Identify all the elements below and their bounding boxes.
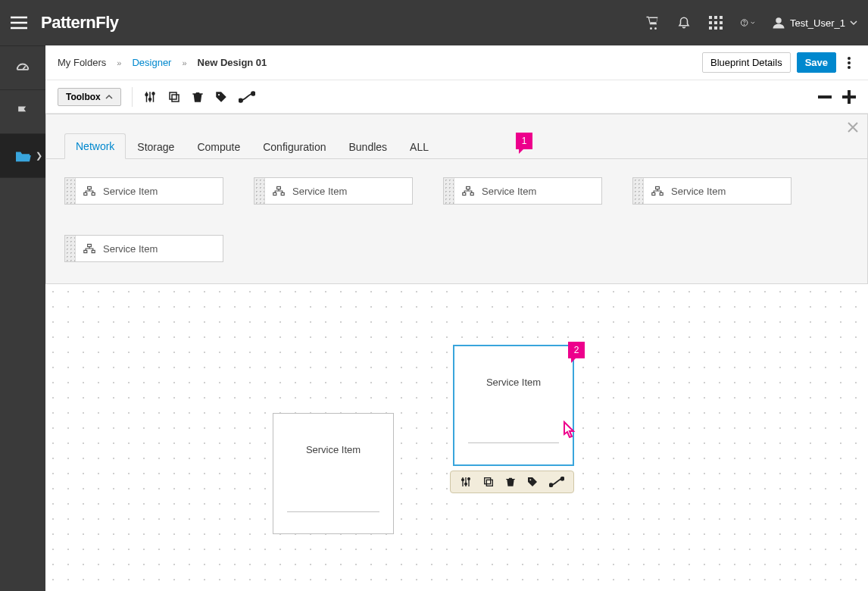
- svg-point-22: [251, 92, 255, 95]
- svg-point-15: [145, 93, 148, 95]
- svg-rect-0: [709, 16, 712, 19]
- toolbar: Toolbox: [45, 80, 868, 114]
- network-icon: [651, 186, 663, 196]
- nav-item-dashboard[interactable]: [0, 46, 45, 90]
- service-item-tile[interactable]: Service Item: [443, 177, 602, 205]
- annotation-marker-1: 1: [516, 133, 532, 149]
- nav-item-designer[interactable]: ❯: [0, 134, 45, 178]
- top-bar: PatternFly Test_User_1: [0, 0, 868, 45]
- canvas-card-title: Service Item: [273, 444, 393, 455]
- zoom-in-button[interactable]: [842, 90, 856, 104]
- zoom-out-button[interactable]: [818, 90, 832, 104]
- apps-button[interactable]: [708, 15, 723, 30]
- nav-item-flag[interactable]: [0, 90, 45, 134]
- copy-icon: [482, 476, 495, 488]
- help-icon: [740, 15, 748, 30]
- card-connect-button[interactable]: [549, 477, 564, 487]
- svg-rect-44: [486, 480, 492, 486]
- svg-rect-8: [720, 27, 723, 30]
- card-duplicate-button[interactable]: [482, 476, 495, 488]
- canvas-card[interactable]: Service Item: [273, 413, 394, 534]
- breadcrumb-current: New Design 01: [198, 57, 267, 68]
- delete-tool[interactable]: [192, 90, 204, 104]
- svg-point-41: [462, 479, 464, 481]
- connector-icon: [549, 477, 564, 487]
- toolbox-toggle-button[interactable]: Toolbox: [58, 88, 121, 106]
- tag-tool[interactable]: [214, 90, 228, 104]
- service-item-label: Service Item: [671, 186, 726, 197]
- toolbox-panel: 1 Network Storage Compute Configuration …: [45, 114, 868, 284]
- service-item-label: Service Item: [103, 243, 158, 255]
- help-button[interactable]: [740, 15, 755, 30]
- svg-rect-28: [92, 192, 95, 195]
- svg-rect-34: [470, 192, 473, 195]
- kebab-icon: [848, 57, 851, 69]
- service-item-tile[interactable]: Service Item: [64, 235, 223, 262]
- card-delete-button[interactable]: [505, 476, 516, 488]
- service-item-tile[interactable]: Service Item: [64, 177, 223, 205]
- copy-icon: [167, 90, 181, 104]
- svg-rect-2: [720, 16, 723, 19]
- svg-point-12: [848, 57, 851, 60]
- canvas-card-selected[interactable]: Service Item: [453, 345, 574, 466]
- service-item-tile[interactable]: Service Item: [254, 177, 413, 205]
- tab-network[interactable]: Network: [64, 133, 126, 159]
- tab-all[interactable]: ALL: [398, 134, 440, 159]
- svg-point-48: [560, 477, 564, 480]
- svg-point-16: [148, 98, 151, 100]
- svg-rect-31: [281, 192, 284, 195]
- service-item-label: Service Item: [292, 186, 347, 197]
- user-menu[interactable]: Test_User_1: [772, 16, 857, 30]
- tab-configuration[interactable]: Configuration: [251, 134, 337, 159]
- breadcrumb-separator: »: [182, 58, 186, 67]
- chevron-right-icon: ❯: [36, 151, 42, 161]
- blueprint-details-button[interactable]: Blueprint Details: [702, 52, 791, 73]
- drag-handle-icon: [444, 178, 454, 204]
- svg-rect-29: [277, 186, 281, 189]
- canvas-card-title: Service Item: [454, 377, 573, 388]
- svg-rect-7: [714, 27, 717, 30]
- breadcrumb: My Folders » Designer » New Design 01: [58, 57, 267, 68]
- breadcrumb-row: My Folders » Designer » New Design 01 Bl…: [45, 45, 868, 80]
- network-icon: [273, 186, 285, 196]
- svg-rect-40: [92, 250, 95, 252]
- svg-rect-18: [172, 95, 179, 102]
- save-button[interactable]: Save: [797, 52, 836, 73]
- design-canvas[interactable]: Service Item Service Item 2: [45, 284, 868, 591]
- svg-rect-19: [170, 92, 176, 99]
- more-actions-kebab[interactable]: [842, 57, 856, 69]
- chevron-down-icon: [850, 19, 857, 27]
- card-settings-button[interactable]: [460, 476, 472, 488]
- hamburger-icon: [11, 16, 27, 30]
- card-tag-button[interactable]: [526, 476, 539, 488]
- breadcrumb-designer-link[interactable]: Designer: [132, 57, 171, 68]
- svg-rect-39: [84, 250, 87, 252]
- notifications-button[interactable]: [676, 15, 692, 30]
- pointer-cursor-icon: [559, 421, 577, 440]
- tab-bundles[interactable]: Bundles: [338, 134, 399, 159]
- toolbox-close-button[interactable]: [848, 122, 858, 133]
- tab-compute[interactable]: Compute: [186, 134, 251, 159]
- tag-icon: [214, 90, 228, 104]
- hamburger-menu-button[interactable]: [0, 16, 38, 30]
- breadcrumb-root[interactable]: My Folders: [58, 57, 106, 68]
- service-item-tile[interactable]: Service Item: [632, 177, 792, 205]
- network-icon: [462, 186, 474, 196]
- svg-rect-23: [818, 95, 832, 98]
- card-toolbar: [450, 471, 574, 493]
- network-icon: [83, 186, 95, 196]
- tab-storage[interactable]: Storage: [126, 134, 186, 159]
- dashboard-icon: [14, 60, 31, 77]
- svg-point-10: [744, 24, 745, 25]
- settings-tool[interactable]: [143, 90, 157, 104]
- cart-button[interactable]: [645, 15, 660, 30]
- connect-tool[interactable]: [239, 91, 255, 103]
- tag-icon: [526, 476, 539, 488]
- flag-icon: [15, 105, 30, 120]
- duplicate-tool[interactable]: [167, 90, 181, 104]
- sliders-icon: [460, 476, 472, 488]
- service-item-label: Service Item: [103, 186, 158, 197]
- top-right-actions: Test_User_1: [645, 15, 857, 30]
- svg-point-47: [549, 483, 552, 486]
- breadcrumb-separator: »: [117, 58, 121, 67]
